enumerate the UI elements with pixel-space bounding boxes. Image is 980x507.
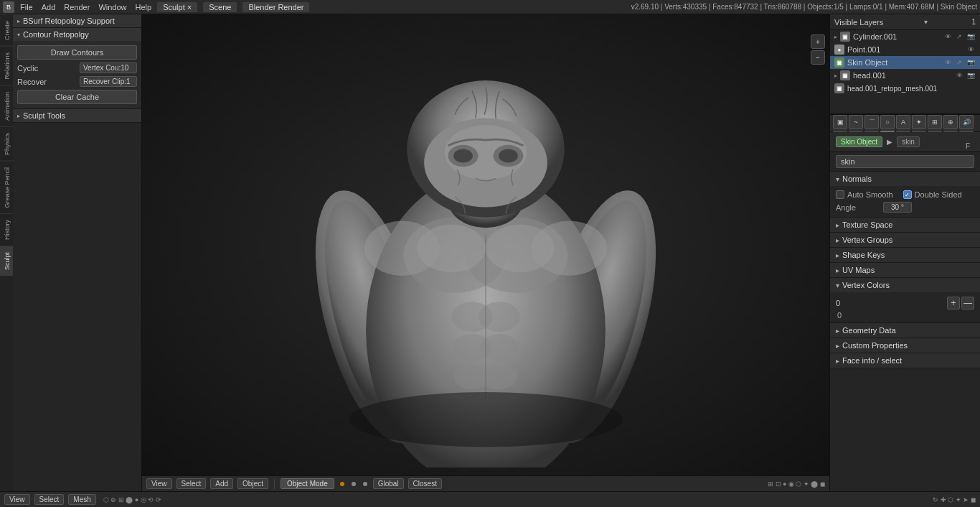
- outliner-item-retopo[interactable]: ▣ head.001_retopo_mesh.001: [830, 82, 980, 95]
- tab-animation[interactable]: Animation: [0, 85, 13, 126]
- status-text: v2.69.10 | Verts:430335 | Faces:847732 |…: [631, 3, 977, 11]
- render-icon[interactable]: 📷: [966, 32, 976, 42]
- cursor-icon3[interactable]: ↗: [954, 57, 964, 68]
- bb-view[interactable]: View: [4, 494, 30, 505]
- prop-icon-speaker[interactable]: 🔊: [959, 115, 974, 129]
- prop-icon-curves[interactable]: ~: [849, 115, 863, 129]
- auto-smooth-check[interactable]: Auto Smooth: [836, 190, 893, 199]
- double-sided-checkbox[interactable]: ✓: [903, 190, 912, 199]
- vc-add-btn[interactable]: +: [947, 297, 960, 310]
- geometry-data-header[interactable]: Geometry Data: [830, 323, 980, 338]
- viewport[interactable]: + − View Select Add Object Object Mode G…: [142, 14, 829, 491]
- normals-header[interactable]: Normals: [830, 172, 980, 186]
- window-tab-scene[interactable]: Scene: [203, 2, 237, 12]
- vc-controls: + —: [947, 297, 974, 310]
- cyclic-value[interactable]: Vertex Cou:10: [80, 62, 137, 73]
- outliner-item-cylinder[interactable]: ▸ ▣ Cylinder.001 👁 ↗ 📷: [830, 30, 980, 43]
- outliner-item-skin[interactable]: ▣ Skin Object 👁 ↗ 📷: [830, 56, 980, 69]
- eye-icon3[interactable]: 👁: [943, 57, 953, 68]
- eye-icon2[interactable]: 👁: [966, 45, 976, 55]
- viewport-3d[interactable]: + −: [142, 14, 829, 475]
- prop-icon-meta[interactable]: ○: [880, 115, 895, 129]
- sculpt-tools-header[interactable]: ▸ Sculpt Tools: [13, 109, 141, 122]
- global-btn[interactable]: Global: [373, 478, 404, 489]
- render-icon4[interactable]: 📷: [966, 70, 976, 80]
- material-name-input[interactable]: [836, 155, 974, 168]
- object-mode-btn[interactable]: Object Mode: [281, 478, 334, 489]
- vc-name: 0: [836, 299, 840, 307]
- tab-physics[interactable]: Physics: [0, 126, 13, 161]
- material-badge[interactable]: skin: [897, 136, 920, 147]
- cursor-icon[interactable]: ↗: [954, 32, 964, 42]
- top-bar-right: v2.69.10 | Verts:430335 | Faces:847732 |…: [631, 3, 977, 11]
- prop-icon-empty[interactable]: ⊕: [943, 115, 958, 129]
- menu-file[interactable]: File: [20, 3, 33, 11]
- left-side-tabs: Create Relations Animation Physics Greas…: [0, 14, 13, 491]
- contour-header[interactable]: ▾ Contour Retopolgy: [13, 28, 141, 41]
- face-info-section: Face info / select: [830, 353, 980, 368]
- render-icon3[interactable]: 📷: [966, 57, 976, 68]
- prop-icon-surface[interactable]: ⌒: [864, 115, 879, 129]
- custom-props-label: Custom Properties: [842, 341, 908, 350]
- texture-space-header[interactable]: Texture Space: [830, 218, 980, 232]
- prop-icon-text[interactable]: A: [896, 115, 910, 129]
- svg-point-14: [481, 365, 517, 389]
- normals-section: Normals Auto Smooth ✓ Double Sided: [830, 172, 980, 218]
- tab-grease-pencil[interactable]: Grease Pencil: [0, 161, 13, 214]
- retopo-icon: ▣: [834, 83, 844, 93]
- closest-btn[interactable]: Closest: [408, 478, 442, 489]
- recover-value[interactable]: Recover Clip:1: [80, 76, 137, 87]
- layers-dropdown[interactable]: ▾: [924, 18, 928, 26]
- tab-create[interactable]: Create: [0, 14, 13, 46]
- tab-relations[interactable]: Relations: [0, 46, 13, 85]
- prop-icon-mesh[interactable]: ▣: [833, 115, 847, 129]
- menu-help[interactable]: Help: [136, 3, 152, 11]
- visible-layers-label: Visible Layers: [834, 18, 883, 27]
- object-menu[interactable]: Object: [237, 478, 268, 489]
- eye-icon[interactable]: 👁: [943, 32, 953, 42]
- normals-row1: Auto Smooth ✓ Double Sided: [836, 189, 974, 200]
- double-sided-check[interactable]: ✓ Double Sided: [903, 190, 962, 199]
- menu-render[interactable]: Render: [64, 3, 90, 11]
- auto-smooth-checkbox[interactable]: [836, 190, 844, 199]
- zoom-in-btn[interactable]: +: [811, 34, 825, 49]
- clear-cache-btn[interactable]: Clear Cache: [17, 90, 137, 104]
- add-menu[interactable]: Add: [210, 478, 233, 489]
- outliner-item-point[interactable]: ● Point.001 👁: [830, 43, 980, 56]
- shape-keys-header[interactable]: Shape Keys: [830, 248, 980, 262]
- retopo-name: head.001_retopo_mesh.001: [847, 85, 937, 93]
- select-menu[interactable]: Select: [176, 478, 207, 489]
- outliner-item-head[interactable]: ▸ ▣ head.001 👁 📷: [830, 69, 980, 82]
- view-menu[interactable]: View: [146, 478, 172, 489]
- prop-icon-lattice[interactable]: ⊞: [928, 115, 942, 129]
- zoom-out-btn[interactable]: −: [811, 50, 825, 65]
- bb-select[interactable]: Select: [34, 494, 65, 505]
- layer-num[interactable]: 1: [971, 18, 976, 26]
- top-bar: B File Add Render Window Help Sculpt × S…: [0, 0, 980, 14]
- expand-arrow: ▸: [834, 34, 837, 40]
- prop-icon-arm[interactable]: ✦: [912, 115, 926, 129]
- vertex-groups-header[interactable]: Vertex Groups: [830, 233, 980, 247]
- draw-contours-btn[interactable]: Draw Contours: [17, 45, 137, 60]
- angle-value[interactable]: 30 °: [883, 202, 912, 213]
- vertex-colors-header[interactable]: Vertex Colors: [830, 278, 980, 292]
- window-tab-sculpt[interactable]: Sculpt ×: [157, 2, 197, 12]
- bsurf-header[interactable]: ▸ BSurf Retopology Support: [13, 14, 141, 27]
- tab-sculpt[interactable]: Sculpt: [0, 246, 13, 276]
- vc-remove-btn[interactable]: —: [961, 297, 974, 310]
- shape-keys-label: Shape Keys: [842, 251, 885, 259]
- geometry-data-section: Geometry Data: [830, 323, 980, 338]
- custom-props-header[interactable]: Custom Properties: [830, 338, 980, 353]
- object-name-badge[interactable]: Skin Object: [836, 136, 882, 147]
- menu-window[interactable]: Window: [98, 3, 126, 11]
- tab-history[interactable]: History: [0, 213, 13, 246]
- cylinder-name: Cylinder.001: [853, 32, 897, 41]
- uv-maps-header[interactable]: UV Maps: [830, 263, 980, 277]
- left-panel: ▸ BSurf Retopology Support ▾ Contour Ret…: [13, 14, 142, 491]
- eye-icon4[interactable]: 👁: [954, 70, 964, 80]
- bb-mesh[interactable]: Mesh: [68, 494, 95, 505]
- menu-add[interactable]: Add: [42, 3, 56, 11]
- renderer-select[interactable]: Blender Render: [242, 2, 309, 12]
- mat-label: ▶: [887, 138, 892, 146]
- face-info-header[interactable]: Face info / select: [830, 353, 980, 368]
